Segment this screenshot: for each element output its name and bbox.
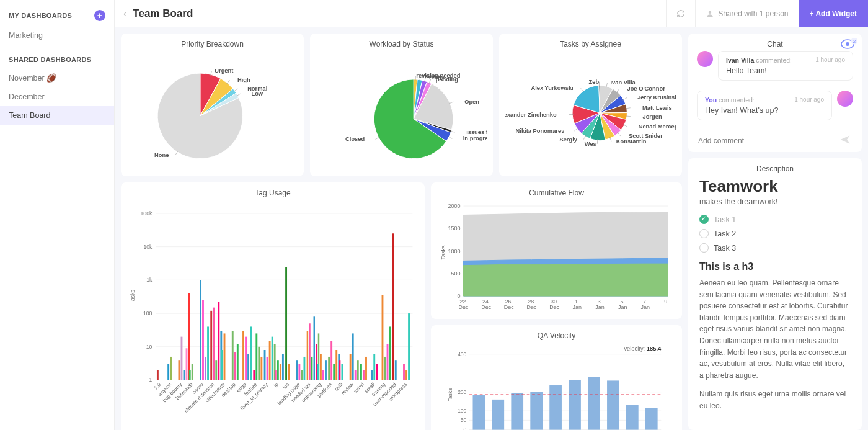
svg-text:7.Jan: 7.Jan [641,298,650,310]
sidebar-item[interactable]: December [0,87,114,106]
topbar: ‹ Team Board Shared with 1 person + Add … [115,0,868,27]
svg-rect-113 [272,337,273,380]
shared-button[interactable]: Shared with 1 person [695,0,798,27]
svg-rect-171 [403,364,405,380]
svg-rect-215 [626,405,639,430]
qa-velocity-card: QA Velocity 050100200400Tasksvelocity: 1… [431,325,682,430]
send-icon[interactable] [838,134,852,147]
chat-title: Chat [697,40,853,48]
svg-rect-131 [311,357,312,380]
add-dashboard-button[interactable]: + [94,10,105,21]
svg-text:velocity: 185.4: velocity: 185.4 [624,346,662,352]
svg-rect-73 [178,360,180,380]
task-row[interactable]: Task 1 [699,215,851,224]
svg-rect-132 [314,316,315,380]
svg-text:400: 400 [458,351,466,357]
svg-rect-168 [392,233,394,380]
svg-rect-164 [384,357,386,380]
svg-rect-161 [376,364,378,380]
svg-text:0: 0 [464,426,467,430]
svg-text:Matt Lewis: Matt Lewis [642,105,672,111]
svg-rect-83 [202,300,204,380]
svg-text:review: review [340,382,355,396]
sidebar-item[interactable]: November 🏈 [0,68,114,87]
avatar [837,91,853,107]
svg-text:Nenad Mercep: Nenad Mercep [639,123,676,130]
svg-text:Sergiy: Sergiy [559,137,577,143]
workload-title: Workload by Status [316,40,487,48]
add-widget-button[interactable]: + Add Widget [799,0,868,27]
svg-text:100k: 100k [141,210,153,217]
desc-h1: Teamwork [699,177,851,196]
flow-title: Cumulative Flow [437,189,676,197]
svg-text:in progress: in progress [463,135,487,141]
svg-text:Jerry Krusinski: Jerry Krusinski [637,94,676,101]
svg-text:High: High [237,77,250,83]
svg-rect-213 [588,377,600,429]
svg-rect-70 [167,364,169,380]
svg-text:Alexander Zinchenko: Alexander Zinchenko [505,112,557,118]
refresh-button[interactable] [666,0,695,27]
svg-rect-71 [170,357,172,380]
workload-status-card: Workload by Status revision neededreview… [310,34,493,176]
svg-rect-125 [298,364,300,380]
svg-rect-172 [405,370,407,380]
svg-rect-208 [492,400,504,430]
desc-h3: This is a h3 [699,261,851,272]
svg-rect-117 [277,360,279,380]
svg-text:22.Dec: 22.Dec [458,298,469,310]
back-icon[interactable]: ‹ [123,8,133,19]
chat-message: Ivan Villa commented:1 hour agoHello Tea… [697,51,853,86]
priority-title: Priority Breakdown [127,40,298,48]
svg-text:1000: 1000 [448,248,460,254]
svg-rect-212 [569,380,581,430]
task-row[interactable]: Task 3 [699,243,851,253]
cumulative-flow-card: Cumulative Flow 0500100015002000Tasks22.… [431,182,682,319]
qa-title: QA Velocity [437,331,676,340]
svg-rect-96 [232,331,234,380]
sidebar-item[interactable]: Team Board [0,106,114,125]
svg-rect-97 [234,352,236,380]
svg-rect-124 [296,360,298,380]
svg-text:Joe O'Connor: Joe O'Connor [627,86,665,92]
svg-rect-209 [511,393,523,429]
desc-title: Description [699,164,851,173]
svg-rect-103 [250,326,252,380]
svg-rect-94 [224,333,226,380]
task-label: Task 2 [714,230,736,238]
svg-rect-143 [333,364,335,380]
svg-point-0 [709,11,712,14]
svg-text:issues found: issues found [466,129,487,135]
task-check-icon[interactable] [699,215,709,224]
svg-rect-105 [253,370,255,380]
svg-text:Open: Open [464,99,479,105]
svg-text:2: 2 [853,38,856,44]
svg-text:Alex Yurkowski: Alex Yurkowski [531,85,573,91]
svg-rect-165 [387,344,389,380]
task-row[interactable]: Task 2 [699,229,851,238]
svg-rect-126 [301,370,303,380]
svg-rect-108 [260,357,262,380]
svg-rect-151 [352,333,354,380]
svg-rect-116 [275,370,277,380]
task-check-icon[interactable] [699,243,709,253]
chat-input[interactable] [698,137,833,145]
svg-text:Urgent: Urgent [215,68,233,74]
svg-rect-107 [258,347,260,380]
sidebar-item[interactable]: Marketing [0,26,114,45]
chat-eye-badge[interactable]: 2 [841,38,857,52]
svg-rect-207 [473,395,485,429]
svg-rect-216 [645,408,658,430]
svg-rect-152 [355,370,356,380]
svg-rect-211 [549,385,562,430]
svg-rect-155 [360,364,362,380]
svg-rect-82 [200,280,202,380]
chat-message: You commented:1 hour agoHey Ivan! What's… [697,91,853,125]
task-check-icon[interactable] [699,229,709,238]
task-label: Task 1 [714,215,736,224]
svg-rect-75 [184,370,185,380]
svg-text:Konstantin: Konstantin [616,138,647,145]
svg-text:Jorgen: Jorgen [642,114,662,120]
svg-text:Low: Low [251,91,263,97]
svg-rect-157 [365,357,367,380]
